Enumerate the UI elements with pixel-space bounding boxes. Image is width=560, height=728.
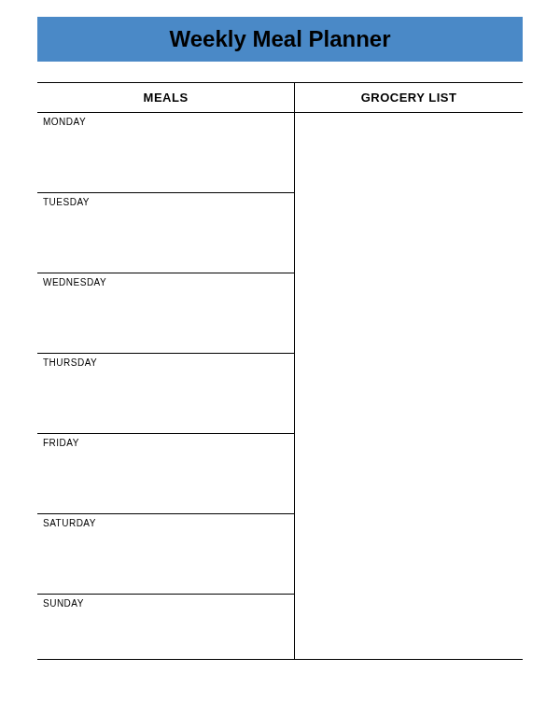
day-label-wednesday: WEDNESDAY [37, 273, 295, 354]
table-row: MONDAY [37, 113, 523, 193]
column-header-meals: MEALS [37, 83, 295, 113]
grocery-list-cell [295, 113, 523, 660]
page-title: Weekly Meal Planner [170, 26, 391, 52]
column-header-grocery: GROCERY LIST [295, 83, 523, 113]
day-label-saturday: SATURDAY [37, 514, 295, 595]
title-banner: Weekly Meal Planner [37, 17, 523, 62]
meal-planner-table: MEALS GROCERY LIST MONDAY TUESDAY WEDNES… [37, 82, 523, 660]
day-label-tuesday: TUESDAY [37, 193, 295, 273]
day-label-sunday: SUNDAY [37, 595, 295, 660]
day-label-monday: MONDAY [37, 113, 295, 193]
day-label-friday: FRIDAY [37, 434, 295, 514]
day-label-thursday: THURSDAY [37, 354, 295, 434]
table-header-row: MEALS GROCERY LIST [37, 83, 523, 113]
